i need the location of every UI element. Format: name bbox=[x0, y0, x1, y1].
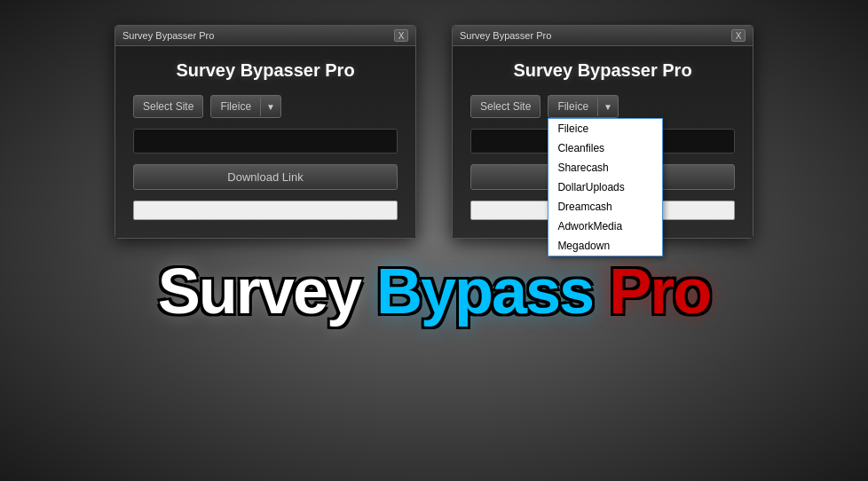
dropdown-value-2: Fileice bbox=[548, 96, 597, 117]
dropdown-arrow-2[interactable]: ▼ bbox=[597, 98, 618, 116]
dropdown-item-dollaruploads[interactable]: DollarUploads bbox=[548, 177, 662, 197]
app-window-2: Survey Bypasser Pro X Survey Bypasser Pr… bbox=[452, 25, 754, 239]
bottom-title: Survey Bypass Pro bbox=[158, 255, 710, 327]
bottom-title-survey: Survey bbox=[158, 255, 360, 327]
title-bar-text-1: Survey Bypasser Pro bbox=[122, 30, 214, 41]
select-site-button-1[interactable]: Select Site bbox=[133, 95, 203, 118]
close-button-2[interactable]: X bbox=[731, 29, 746, 42]
controls-row-2: Select Site Fileice ▼ Fileice Cleanfiles… bbox=[470, 95, 735, 118]
title-bar-1: Survey Bypasser Pro X bbox=[115, 26, 415, 46]
window-body-1: Survey Bypasser Pro Select Site Fileice … bbox=[115, 46, 415, 238]
title-bar-2: Survey Bypasser Pro X bbox=[453, 26, 753, 46]
dropdown-arrow-1[interactable]: ▼ bbox=[260, 98, 280, 116]
dropdown-trigger-2[interactable]: Fileice ▼ bbox=[548, 95, 619, 118]
dropdown-item-dreamcash[interactable]: Dreamcash bbox=[548, 197, 662, 217]
dropdown-item-sharecash[interactable]: Sharecash bbox=[548, 158, 662, 177]
app-title-1: Survey Bypasser Pro bbox=[176, 60, 354, 81]
app-title-2: Survey Bypasser Pro bbox=[513, 60, 691, 81]
bottom-title-bypass: Bypass bbox=[376, 255, 593, 327]
site-dropdown-2[interactable]: Fileice ▼ Fileice Cleanfiles Sharecash D… bbox=[548, 95, 619, 118]
url-input-1[interactable] bbox=[133, 129, 398, 154]
select-site-button-2[interactable]: Select Site bbox=[470, 95, 541, 118]
title-bar-text-2: Survey Bypasser Pro bbox=[460, 30, 551, 41]
dropdown-item-cleanfiles[interactable]: Cleanfiles bbox=[548, 138, 662, 158]
close-button-1[interactable]: X bbox=[394, 29, 408, 42]
dropdown-menu-2: Fileice Cleanfiles Sharecash DollarUploa… bbox=[548, 118, 663, 256]
progress-bar-1 bbox=[133, 201, 398, 220]
app-window-1: Survey Bypasser Pro X Survey Bypasser Pr… bbox=[114, 25, 416, 239]
dropdown-item-adworkmedia[interactable]: AdworkMedia bbox=[548, 217, 662, 236]
site-dropdown-1[interactable]: Fileice ▼ bbox=[210, 95, 281, 118]
dropdown-item-megadown[interactable]: Megadown bbox=[548, 236, 662, 256]
window-body-2: Survey Bypasser Pro Select Site Fileice … bbox=[453, 46, 753, 238]
dropdown-item-fileice[interactable]: Fileice bbox=[548, 119, 662, 138]
dropdown-value-1: Fileice bbox=[211, 96, 260, 117]
bottom-title-pro: Pro bbox=[609, 255, 710, 327]
controls-row-1: Select Site Fileice ▼ bbox=[133, 95, 398, 118]
download-button-1[interactable]: Download Link bbox=[133, 164, 398, 190]
